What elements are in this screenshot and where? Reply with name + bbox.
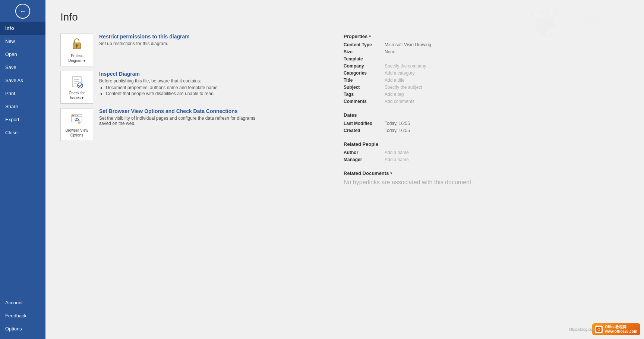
sidebar-item-info[interactable]: Info <box>0 22 45 35</box>
prop-row: CommentsAdd comments <box>344 99 493 104</box>
related-docs-title[interactable]: Related Documents <box>344 170 493 176</box>
action-text-protect: Restrict permissions to this diagramSet … <box>99 34 190 46</box>
sidebar-item-open[interactable]: Open <box>0 48 45 61</box>
action-icon-label-browser: Browser ViewOptions <box>66 128 88 138</box>
prop-value: Microsoft Visio Drawing <box>385 42 493 47</box>
prop-label: Created <box>344 128 385 133</box>
action-bullets-check: Document properties, author's name and t… <box>106 85 218 96</box>
prop-row: CreatedToday, 16:55 <box>344 128 493 133</box>
action-description-check: Before publishing this file, be aware th… <box>99 78 218 84</box>
prop-label: Author <box>344 150 385 155</box>
badge-text: Office教程网 www.office26.com <box>605 325 637 334</box>
prop-label: Last Modified <box>344 121 385 126</box>
bullet-item: Document properties, author's name and t… <box>106 85 218 90</box>
related-people-rows: AuthorAdd a nameManagerAdd a name <box>344 150 493 162</box>
back-button[interactable]: ← <box>15 4 30 19</box>
sidebar-item-options[interactable]: Options <box>0 322 45 335</box>
prop-label: Content Type <box>344 42 385 47</box>
properties-rows: Content TypeMicrosoft Visio DrawingSizeN… <box>344 42 493 104</box>
prop-value: Today, 16:55 <box>385 128 493 133</box>
prop-label: Subject <box>344 85 385 90</box>
dates-rows: Last ModifiedToday, 16:55CreatedToday, 1… <box>344 121 493 133</box>
sidebar-item-close[interactable]: Close <box>0 126 45 139</box>
sidebar-item-feedback[interactable]: Feedback <box>0 309 45 322</box>
action-icon-check[interactable]: Check forIssues ▾ <box>60 71 93 104</box>
svg-point-14 <box>77 115 78 116</box>
prop-row: AuthorAdd a name <box>344 150 493 155</box>
dates-title: Dates <box>344 112 493 118</box>
prop-label: Company <box>344 63 385 69</box>
prop-row: TagsAdd a tag <box>344 92 493 97</box>
prop-label: Title <box>344 78 385 83</box>
badge-line1: Office教程网 <box>605 325 637 329</box>
prop-label: Tags <box>344 92 385 97</box>
sidebar: ← InfoNewOpenSaveSave AsPrintShareExport… <box>0 0 45 339</box>
action-card-browser: Browser ViewOptionsSet Browser View Opti… <box>60 108 336 141</box>
prop-value[interactable]: Add comments <box>385 99 493 104</box>
prop-value[interactable]: Specify the subject <box>385 85 493 90</box>
sidebar-item-account[interactable]: Account <box>0 296 45 309</box>
action-icon-label-check: Check forIssues ▾ <box>69 91 85 100</box>
properties-title[interactable]: Properties <box>344 34 493 39</box>
no-hyperlinks-text: No hyperlinks are associated with this d… <box>344 179 493 186</box>
prop-value[interactable]: Add a tag <box>385 92 493 97</box>
sidebar-bottom: AccountFeedbackOptions <box>0 296 45 335</box>
prop-row: SizeNone <box>344 49 493 54</box>
prop-value[interactable]: Specify the company <box>385 63 493 69</box>
footer-badge: O Office教程网 www.office26.com <box>592 323 640 335</box>
action-icon-browser[interactable]: Browser ViewOptions <box>60 108 93 141</box>
sidebar-item-save[interactable]: Save <box>0 61 45 74</box>
sidebar-item-export[interactable]: Export <box>0 113 45 126</box>
back-icon: ← <box>19 7 26 15</box>
sidebar-item-print[interactable]: Print <box>0 87 45 100</box>
prop-value[interactable]: Add a category <box>385 70 493 76</box>
prop-value[interactable]: Add a title <box>385 78 493 83</box>
action-description-protect: Set up restrictions for this diagram. <box>99 41 190 46</box>
related-people-section: Related People AuthorAdd a nameManagerAd… <box>344 141 493 162</box>
prop-row: Content TypeMicrosoft Visio Drawing <box>344 42 493 47</box>
badge-line2: www.office26.com <box>605 329 637 334</box>
footer-url: https://blog.csdn... <box>569 327 599 332</box>
sidebar-item-new[interactable]: New <box>0 35 45 48</box>
bullet-item: Content that people with disabilities ar… <box>106 91 218 96</box>
action-icon-label-protect: ProtectDiagram ▾ <box>68 53 85 63</box>
action-heading-check[interactable]: Inspect Diagram <box>99 71 218 77</box>
svg-point-17 <box>78 122 80 124</box>
prop-row: CategoriesAdd a category <box>344 70 493 76</box>
svg-point-13 <box>75 115 76 116</box>
action-heading-protect[interactable]: Restrict permissions to this diagram <box>99 34 190 40</box>
action-description-browser: Set the visibility of individual pages a… <box>99 116 267 126</box>
page-title: Info <box>60 11 629 23</box>
prop-row: ManagerAdd a name <box>344 157 493 162</box>
prop-row: SubjectSpecify the subject <box>344 85 493 90</box>
prop-row: Template <box>344 56 493 62</box>
related-docs-section: Related Documents No hyperlinks are asso… <box>344 170 493 186</box>
prop-value[interactable]: Add a name <box>385 157 493 162</box>
action-icon-protect[interactable]: ProtectDiagram ▾ <box>60 34 93 66</box>
prop-row: Last ModifiedToday, 16:55 <box>344 121 493 126</box>
prop-value: Today, 16:55 <box>385 121 493 126</box>
prop-label: Comments <box>344 99 385 104</box>
related-people-title: Related People <box>344 141 493 147</box>
dates-section: Dates Last ModifiedToday, 16:55CreatedTo… <box>344 112 493 133</box>
prop-label: Size <box>344 49 385 54</box>
svg-point-12 <box>72 115 74 116</box>
prop-value[interactable]: Add a name <box>385 150 493 155</box>
right-panel: Properties Content TypeMicrosoft Visio D… <box>336 34 493 194</box>
action-card-check: Check forIssues ▾Inspect DiagramBefore p… <box>60 71 336 104</box>
sidebar-item-share[interactable]: Share <box>0 100 45 113</box>
action-text-check: Inspect DiagramBefore publishing this fi… <box>99 71 218 97</box>
prop-label: Template <box>344 56 385 62</box>
sidebar-items: InfoNewOpenSaveSave AsPrintShareExportCl… <box>0 22 45 139</box>
prop-value: None <box>385 49 493 54</box>
properties-section: Properties Content TypeMicrosoft Visio D… <box>344 34 493 104</box>
prop-row: CompanySpecify the company <box>344 63 493 69</box>
left-actions: ProtectDiagram ▾Restrict permissions to … <box>60 34 336 194</box>
prop-label: Manager <box>344 157 385 162</box>
prop-row: TitleAdd a title <box>344 78 493 83</box>
prop-label: Categories <box>344 70 385 76</box>
action-heading-browser[interactable]: Set Browser View Options and Check Data … <box>99 108 267 114</box>
action-card-protect: ProtectDiagram ▾Restrict permissions to … <box>60 34 336 66</box>
main-content: ❦ ❧ Info ProtectDiagram ▾Restrict permis… <box>45 0 644 339</box>
sidebar-item-save-as[interactable]: Save As <box>0 74 45 87</box>
